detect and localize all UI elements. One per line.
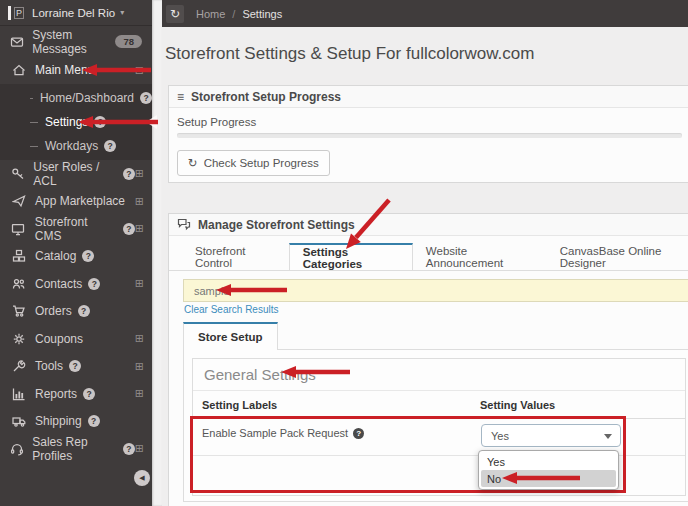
expand-icon[interactable]: ⊞	[135, 195, 144, 208]
help-icon[interactable]: ?	[78, 305, 90, 317]
option-no[interactable]: No	[481, 470, 616, 487]
sidebar-item-app-marketplace[interactable]: App Marketplace ⊞	[0, 188, 152, 216]
expand-icon[interactable]: ⊞	[135, 442, 144, 455]
help-icon[interactable]: ?	[123, 223, 135, 235]
refresh-page-button[interactable]: ↻	[166, 5, 184, 23]
sidebar-item-tools[interactable]: Tools ? ⊞	[0, 353, 152, 381]
breadcrumb: Home / Settings	[196, 8, 282, 20]
clear-search-results-link[interactable]: Clear Search Results	[184, 304, 278, 315]
help-icon[interactable]: ?	[88, 278, 100, 290]
help-icon[interactable]: ?	[104, 140, 116, 152]
settings-tabs: Storefront Control Settings Categories W…	[182, 243, 688, 270]
tab-settings-categories[interactable]: Settings Categories	[289, 243, 413, 270]
manage-settings-panel-title: Manage Storefront Settings	[198, 218, 355, 232]
tab-store-setup[interactable]: Store Setup	[183, 322, 278, 350]
sidebar-item-home-dashboard[interactable]: Home/Dashboard ?	[0, 86, 152, 110]
sidebar-item-system-messages[interactable]: System Messages 78	[0, 27, 152, 56]
collapse-icon[interactable]: ⊟	[135, 64, 144, 77]
breadcrumb-home-link[interactable]: Home	[196, 8, 225, 20]
bar-chart-icon	[9, 387, 28, 401]
main-content: ↻ Home / Settings Storefront Settings & …	[162, 0, 688, 506]
tab-canvasbase-online-designer[interactable]: CanvasBase Online Designer	[547, 243, 688, 270]
breadcrumb-separator: /	[232, 8, 235, 20]
sidebar-item-reports[interactable]: Reports ? ⊞	[0, 380, 152, 408]
logo-icon: P	[14, 7, 24, 19]
sidebar-item-workdays[interactable]: Workdays ?	[0, 134, 152, 158]
envelope-icon	[9, 35, 25, 49]
select-dropdown: Yes No	[478, 450, 619, 490]
expand-icon[interactable]: ⊞	[135, 387, 144, 400]
sidebar-item-coupons[interactable]: Coupons ⊞	[0, 325, 152, 353]
hamburger-icon: ≡	[177, 90, 184, 104]
refresh-icon: ↻	[188, 156, 198, 170]
user-menu[interactable]: P Lorraine Del Rio ▾	[0, 0, 152, 26]
tabs-divider	[169, 270, 688, 271]
sidebar-item-orders[interactable]: Orders ?	[0, 298, 152, 326]
help-icon[interactable]: ?	[82, 250, 94, 262]
help-icon[interactable]: ?	[140, 92, 152, 104]
sidebar-item-storefront-cms[interactable]: Storefront CMS ? ⊞	[0, 215, 152, 243]
sidebar-sections: User Roles / ACL ? ⊞ App Marketplace ⊞ S…	[0, 160, 152, 463]
setup-progress-panel-title: Storefront Setup Progress	[191, 90, 341, 104]
expand-icon[interactable]: ⊞	[135, 360, 144, 373]
settings-table-header: Setting Labels Setting Values	[193, 391, 685, 419]
top-bar: ↻ Home / Settings	[162, 0, 688, 27]
sidebar-item-sales-rep-profiles[interactable]: Sales Rep Profiles ? ⊞	[0, 435, 152, 463]
general-settings-heading: General Settings	[193, 359, 685, 391]
sidebar-item-contacts[interactable]: Contacts ? ⊞	[0, 270, 152, 298]
expand-icon[interactable]: ⊞	[135, 332, 144, 345]
chevron-down-icon: ▾	[120, 8, 124, 17]
sidebar-item-shipping[interactable]: Shipping ?	[0, 408, 152, 436]
expand-icon[interactable]: ⊞	[135, 167, 144, 180]
users-icon	[9, 277, 28, 291]
sidebar-item-catalog[interactable]: Catalog ?	[0, 243, 152, 271]
setup-progress-panel: ≡ Storefront Setup Progress Setup Progre…	[168, 85, 688, 183]
sidebar-item-main-menu[interactable]: Main Menu ⊟	[0, 56, 152, 84]
option-yes[interactable]: Yes	[481, 453, 616, 470]
help-icon[interactable]: ?	[353, 428, 364, 439]
key-icon	[9, 167, 26, 181]
sidebar-item-settings[interactable]: Settings ?	[0, 110, 152, 134]
check-setup-progress-button[interactable]: ↻ Check Setup Progress	[177, 150, 330, 176]
boxes-icon	[9, 249, 28, 263]
tree-dash-icon	[30, 98, 33, 99]
expand-icon[interactable]: ⊞	[135, 277, 144, 290]
help-icon[interactable]: ?	[83, 388, 95, 400]
help-icon[interactable]: ?	[88, 415, 100, 427]
cart-icon	[9, 304, 28, 318]
help-icon[interactable]: ?	[94, 116, 106, 128]
monitor-icon	[9, 222, 28, 236]
manage-settings-panel: Manage Storefront Settings Storefront Co…	[168, 213, 688, 506]
tab-website-announcement[interactable]: Website Announcement	[413, 243, 547, 270]
setup-progress-label: Setup Progress	[177, 116, 688, 128]
main-menu-submenu: Home/Dashboard ? Settings ? Workdays ?	[0, 84, 152, 160]
user-name: Lorraine Del Rio	[32, 7, 115, 19]
tab-storefront-control[interactable]: Storefront Control	[182, 243, 289, 270]
truck-icon	[9, 414, 28, 428]
sidebar: P Lorraine Del Rio ▾ System Messages 78 …	[0, 0, 152, 506]
chevron-down-icon	[604, 434, 612, 439]
column-setting-values: Setting Values	[480, 399, 555, 411]
unread-count-badge: 78	[115, 35, 142, 49]
collapse-sidebar-button[interactable]: ◀	[134, 470, 150, 486]
setting-value-select[interactable]: Yes	[481, 424, 621, 447]
sidebar-item-user-roles-acl[interactable]: User Roles / ACL ? ⊞	[0, 160, 152, 188]
expand-icon[interactable]: ⊞	[135, 222, 144, 235]
tree-dash-icon	[30, 146, 38, 147]
tree-dash-icon	[30, 122, 38, 123]
paper-plane-icon	[9, 194, 28, 208]
refresh-icon: ↻	[170, 7, 180, 21]
gear-icon	[9, 332, 28, 346]
settings-search-input[interactable]	[183, 279, 688, 302]
page-title: Storefront Settings & Setup For fullcolo…	[165, 44, 534, 64]
logo-bar-icon	[8, 6, 11, 20]
wrench-icon	[9, 359, 28, 373]
sidebar-scrollbar[interactable]	[152, 0, 162, 506]
setup-progress-body: Setup Progress ↻ Check Setup Progress	[169, 108, 688, 184]
help-icon[interactable]: ?	[123, 443, 135, 455]
help-icon[interactable]: ?	[123, 168, 135, 180]
setup-progress-bar	[177, 133, 682, 138]
home-icon	[9, 63, 28, 77]
help-icon[interactable]: ?	[69, 360, 81, 372]
active-item-wedge	[146, 115, 157, 129]
